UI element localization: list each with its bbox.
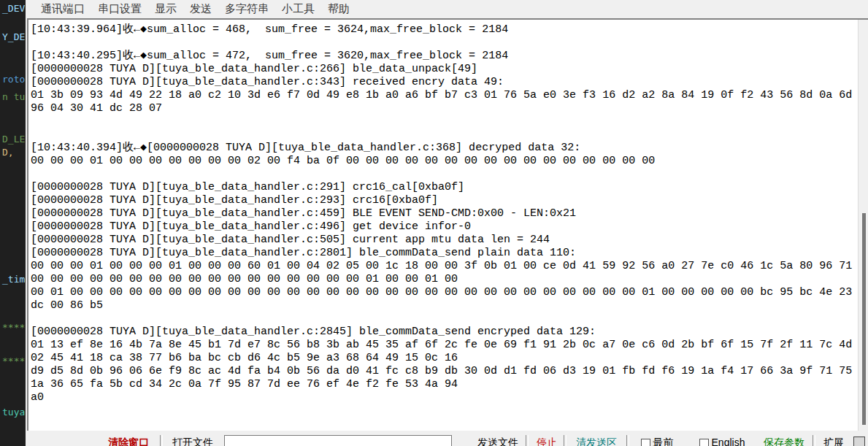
separator [626, 435, 629, 446]
editor-code-fragment: tuya [2, 407, 25, 418]
serial-tool-window: 通讯端口 串口设置 显示 发送 多字符串 小工具 帮助 [10:43:39.96… [26, 0, 868, 446]
log-line: dc 00 86 b5 [31, 299, 856, 312]
separator [813, 435, 815, 446]
file-path-input[interactable] [224, 435, 452, 446]
log-line: [10:43:40.394]收←◆[0000000028 TUYA D][tuy… [31, 142, 856, 155]
always-on-top-label: 最前 [653, 437, 674, 446]
log-line: 02 45 41 18 ca 38 77 b6 ba bc cb d6 4c b… [31, 352, 856, 365]
screen: _DEV Y_DE roto n tu D_LE D, _tim **** **… [0, 0, 868, 446]
log-line: 00 00 00 01 00 00 00 01 00 00 00 60 01 0… [31, 260, 856, 273]
receive-log-area[interactable]: [10:43:39.964]收←◆sum_alloc = 468, sum_fr… [27, 18, 868, 431]
log-line: d9 d5 8d 0b 96 06 6e f9 8c ac 4d fa b4 0… [31, 365, 856, 378]
scrollbar-thumb[interactable] [862, 213, 866, 425]
log-line: [0000000028 TUYA D][tuya_ble_data_handle… [31, 181, 856, 194]
menu-item[interactable]: 发送 [183, 1, 218, 18]
editor-code-fragment: **** [2, 322, 25, 334]
window-split-icon[interactable] [853, 437, 865, 446]
menu-item[interactable]: 多字符串 [218, 1, 275, 18]
log-line: [0000000028 TUYA D][tuya_ble_data_handle… [31, 194, 856, 207]
log-line: [0000000028 TUYA D][tuya_ble_data_handle… [31, 326, 856, 339]
stop-button[interactable]: 停止 [532, 434, 561, 446]
log-line: 00 00 00 01 00 00 00 00 00 00 00 02 00 f… [31, 155, 856, 168]
log-line: 00 01 00 00 00 00 00 00 00 00 00 00 00 0… [31, 286, 856, 299]
editor-code-fragment: **** [2, 355, 25, 367]
send-file-button[interactable]: 发送文件 [473, 434, 523, 446]
log-line: 96 04 30 41 dc 28 07 [31, 102, 856, 115]
editor-code-fragment: n tu [2, 91, 25, 103]
vertical-scrollbar[interactable] [858, 20, 868, 431]
log-line: 01 13 ef 8e 16 4b 7a 8e 45 b1 7d e7 8c 5… [31, 339, 856, 352]
english-checkbox[interactable] [699, 439, 709, 446]
separator [564, 435, 566, 446]
log-line: 1a 36 65 fa 5b cd 34 2c 0a 7f 95 87 7d e… [31, 378, 856, 391]
log-line: [0000000028 TUYA D][tuya_ble_data_handle… [31, 76, 856, 89]
log-line: [0000000028 TUYA D][tuya_ble_data_handle… [31, 207, 856, 220]
menu-item[interactable]: 通讯端口 [34, 1, 91, 18]
editor-code-fragment: _DEV [2, 3, 25, 15]
editor-code-fragment: _tim [2, 274, 25, 285]
english-option[interactable]: English [688, 434, 756, 446]
log-line: [10:43:39.964]收←◆sum_alloc = 468, sum_fr… [31, 23, 856, 36]
bottom-toolbar: 清除窗口 打开文件 发送文件 停止 清发送区 最前 English 保存参数 扩… [26, 434, 868, 446]
log-line: [0000000028 TUYA D][tuya_ble_data_handle… [31, 220, 856, 234]
log-line [31, 312, 856, 326]
log-line: 01 3b 09 93 4d 49 22 18 a0 c2 10 3d e6 f… [31, 89, 856, 102]
log-line [31, 168, 856, 181]
menu-bar: 通讯端口 串口设置 显示 发送 多字符串 小工具 帮助 [28, 0, 868, 18]
log-lines: [10:43:39.964]收←◆sum_alloc = 468, sum_fr… [31, 23, 856, 404]
menu-item[interactable]: 串口设置 [91, 1, 148, 18]
editor-code-fragment: Y_DE [2, 31, 25, 43]
editor-code-fragment: roto [2, 74, 25, 85]
log-line: [0000000028 TUYA D][tuya_ble_data_handle… [31, 63, 856, 76]
menu-item[interactable]: 显示 [148, 1, 183, 18]
clear-window-button[interactable]: 清除窗口 [101, 434, 156, 446]
clear-send-area-button[interactable]: 清发送区 [569, 434, 624, 446]
open-file-button[interactable]: 打开文件 [166, 434, 219, 446]
editor-code-fragment: D, [2, 147, 14, 158]
menu-item[interactable]: 小工具 [275, 1, 321, 18]
save-params-button[interactable]: 保存参数 [758, 434, 810, 446]
menu-item[interactable]: 帮助 [321, 1, 356, 18]
log-line: 00 00 00 00 00 00 00 00 00 00 00 00 00 0… [31, 273, 856, 286]
log-line: a0 [31, 391, 856, 404]
english-label: English [712, 437, 745, 446]
extend-button[interactable]: 扩展 [818, 434, 849, 446]
log-line [31, 115, 856, 128]
always-on-top-checkbox[interactable] [641, 439, 650, 446]
editor-code-fragment: D_LE [2, 134, 25, 145]
log-line [31, 128, 856, 142]
background-editor-strip: _DEV Y_DE roto n tu D_LE D, _tim **** **… [0, 0, 26, 446]
log-line: [10:43:40.295]收←◆sum_alloc = 472, sum_fr… [31, 50, 856, 63]
always-on-top-option[interactable]: 最前 [633, 434, 681, 446]
separator [160, 435, 163, 446]
separator [526, 435, 529, 446]
log-line: [0000000028 TUYA D][tuya_ble_data_handle… [31, 234, 856, 247]
log-line: [0000000028 TUYA D][tuya_ble_data_handle… [31, 247, 856, 260]
log-line [31, 36, 856, 50]
